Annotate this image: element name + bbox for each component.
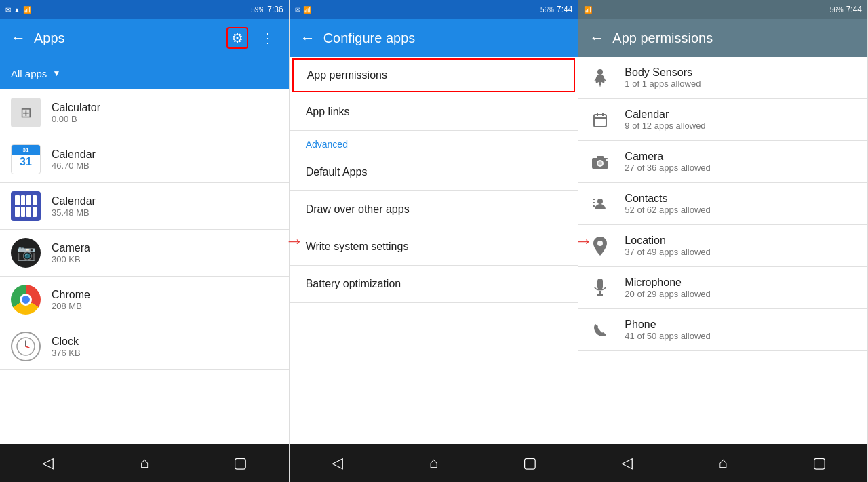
default-apps-label: Default Apps [306,166,368,178]
calendar-grid-icon [11,191,41,221]
list-item[interactable]: ⊞ Calculator 0.00 B [0,89,289,136]
app-links-item[interactable]: App links [290,94,578,131]
perm-name: Calendar [625,108,856,121]
list-item[interactable]: 📷 Camera 300 KB [0,230,289,277]
svg-point-19 [597,241,603,246]
default-apps-item[interactable]: Default Apps [290,154,578,191]
permission-info-location: Location 37 of 49 apps allowed [625,235,856,257]
permission-info-microphone: Microphone 20 of 29 apps allowed [625,277,856,299]
list-item[interactable]: Clock 376 KB [0,323,289,370]
app-info-chrome: Chrome 208 MB [52,289,278,311]
app-info-calendar-grid: Calendar 35.48 MB [52,195,278,218]
status-left-1: ✉ ▲ 📶 [5,6,31,14]
app-info-calculator: Calculator 0.00 B [52,102,278,124]
status-left-3: 📶 [584,6,592,14]
microphone-perm-icon [589,277,611,299]
status-right-3: 56% 7:44 [830,5,862,14]
permission-body-sensors[interactable]: Body Sensors 1 of 1 apps allowed [578,57,867,99]
draw-over-item[interactable]: Draw over other apps [290,191,578,228]
draw-over-label: Draw over other apps [306,203,410,216]
apps-panel: ✉ ▲ 📶 59% 7:36 ← Apps ⚙ ⋮ All apps ▼ ⊞ C… [0,0,290,482]
battery-text-3: 56% [830,6,844,14]
wifi-icon: 📶 [23,6,31,14]
permission-location[interactable]: Location 37 of 49 apps allowed [578,225,867,267]
settings-button[interactable]: ⚙ [226,27,248,49]
app-icon-calendar-grid [11,191,41,221]
perm-count: 52 of 62 apps allowed [625,205,856,215]
permission-calendar[interactable]: Calendar 9 of 12 apps allowed [578,99,867,141]
list-item[interactable]: Chrome 208 MB [0,277,289,323]
app-permissions-label: App permissions [307,69,387,81]
status-right-1: 59% 7:36 [251,5,283,14]
permission-camera[interactable]: Camera 27 of 36 apps allowed [578,141,867,183]
back-button-3[interactable]: ← [589,29,604,47]
list-item[interactable]: Calendar 35.48 MB [0,183,289,230]
back-nav-1[interactable]: ◁ [35,449,62,477]
status-bar-2: ✉ 📶 56% 7:44 [290,0,578,19]
app-size: 208 MB [52,301,278,311]
app-list: ⊞ Calculator 0.00 B 31 31 Calendar 46.70… [0,89,289,444]
home-nav-3[interactable]: ⌂ [709,449,736,477]
permission-phone[interactable]: Phone 41 of 50 apps allowed [578,309,867,351]
app-info-camera: Camera 300 KB [52,242,278,264]
back-button-2[interactable]: ← [300,29,315,47]
svg-point-15 [597,199,603,204]
back-nav-2[interactable]: ◁ [324,449,351,477]
mail-icon: ✉ [5,6,11,14]
app-name: Clock [52,336,278,348]
app-permissions-item[interactable]: App permissions [292,58,576,92]
battery-text-1: 59% [251,6,264,14]
status-time-3: 7:44 [846,5,862,14]
app-name: Chrome [52,289,278,301]
app-icon-calendar-g: 31 31 [11,144,41,174]
arrow-2-to-3: → [574,230,593,252]
home-nav-2[interactable]: ⌂ [420,449,448,477]
back-button-1[interactable]: ← [11,29,26,47]
write-settings-item[interactable]: Write system settings [290,228,578,266]
permission-info-contacts: Contacts 52 of 62 apps allowed [625,193,856,215]
perm-count: 1 of 1 apps allowed [625,79,856,89]
app-icon-camera: 📷 [11,238,41,268]
permission-microphone[interactable]: Microphone 20 of 29 apps allowed [578,267,867,309]
camera-perm-icon [589,151,611,173]
list-item[interactable]: 31 31 Calendar 46.70 MB [0,136,289,183]
perm-count: 9 of 12 apps allowed [625,121,856,131]
arrow-1-to-2: → [285,230,304,252]
more-button-1[interactable]: ⋮ [256,27,278,49]
recent-nav-3[interactable]: ▢ [806,449,833,477]
configure-list: App permissions App links Advanced Defau… [290,57,578,444]
signal-icon: ▲ [14,6,20,14]
app-info-calendar-g: Calendar 46.70 MB [52,148,278,171]
permission-contacts[interactable]: Contacts 52 of 62 apps allowed [578,183,867,225]
calculator-icon: ⊞ [11,98,41,127]
recent-nav-1[interactable]: ▢ [227,449,254,477]
svg-rect-6 [594,115,606,127]
perm-name: Phone [625,319,856,331]
battery-opt-item[interactable]: Battery optimization [290,266,578,303]
app-icon-chrome [11,285,41,315]
recent-nav-2[interactable]: ▢ [516,449,543,477]
perm-name: Location [625,235,856,247]
nav-bar-3: ◁ ⌂ ▢ [578,444,867,482]
permissions-title: App permissions [612,31,856,46]
app-name: Calendar [52,195,278,207]
app-bar-2: ← Configure apps [290,19,578,57]
app-size: 376 KB [52,348,278,358]
filter-bar[interactable]: All apps ▼ [0,57,289,89]
nav-bar-1: ◁ ⌂ ▢ [0,444,289,482]
home-nav-1[interactable]: ⌂ [131,449,158,477]
back-nav-3[interactable]: ◁ [613,449,640,477]
app-bar-1: ← Apps ⚙ ⋮ [0,19,289,57]
svg-rect-17 [593,202,595,203]
perm-count: 20 of 29 apps allowed [625,289,856,299]
filter-label: All apps [11,68,47,79]
body-sensors-icon [589,67,611,89]
battery-opt-label: Battery optimization [306,278,401,290]
perm-count: 27 of 36 apps allowed [625,163,856,173]
app-size: 46.70 MB [52,161,278,171]
status-bar-3: 📶 56% 7:44 [578,0,867,19]
perm-count: 41 of 50 apps allowed [625,331,856,341]
permissions-panel: 📶 56% 7:44 ← App permissions Body Sensor… [578,0,868,482]
perm-name: Body Sensors [625,66,856,79]
perm-name: Microphone [625,277,856,289]
